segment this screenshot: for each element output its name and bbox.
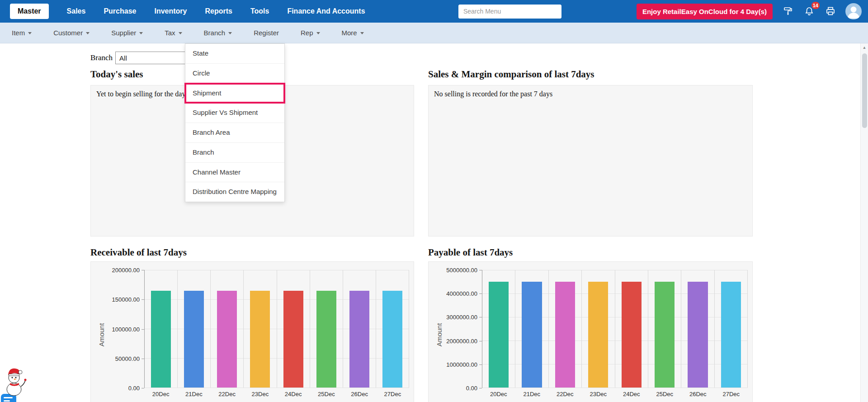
chart-category-cell — [277, 270, 310, 388]
bar-25Dec — [655, 282, 675, 388]
vertical-scrollbar[interactable]: ▲ — [860, 43, 868, 402]
menu-item-channel-master[interactable]: Channel Master — [185, 163, 284, 183]
bar-23Dec — [588, 282, 608, 388]
bars — [482, 270, 748, 388]
menu-item-branch-area[interactable]: Branch Area — [185, 123, 284, 143]
menu-item-label: Shipment — [193, 89, 221, 97]
chart-category-cell — [715, 270, 748, 388]
menu-item-shipment[interactable]: Shipment — [185, 84, 284, 104]
chevron-down-icon — [139, 32, 143, 34]
y-tick-label: 4000000.00 — [446, 290, 477, 297]
menu-item-supplier-vs-shipment[interactable]: Supplier Vs Shipment — [185, 103, 284, 123]
chart-category-cell — [582, 270, 615, 388]
h-gridline — [482, 388, 748, 388]
menu-item-state[interactable]: State — [185, 44, 284, 64]
bar-25Dec — [316, 291, 336, 388]
x-tick-label: 25Dec — [310, 391, 343, 397]
santa-snowman-mascot — [2, 364, 27, 398]
plot-area — [482, 270, 748, 388]
trial-promo-button[interactable]: Enjoy RetailEasy OnCloud for 4 Day(s) — [637, 4, 773, 19]
subnav-label: Register — [254, 29, 279, 37]
subnav-item-item[interactable]: Item — [12, 29, 32, 37]
chart-category-cell — [615, 270, 648, 388]
y-tick-label: 0.00 — [128, 385, 140, 392]
main-nav: Master Sales Purchase Inventory Reports … — [10, 4, 365, 19]
bar-26Dec — [349, 291, 369, 388]
chart-category-cell — [549, 270, 582, 388]
plot-area — [144, 270, 409, 388]
subnav-item-customer[interactable]: Customer — [53, 29, 90, 37]
x-tick-label: 24Dec — [615, 391, 648, 397]
x-tick-label: 22Dec — [211, 391, 244, 397]
plot-column: 20Dec21Dec22Dec23Dec24Dec25Dec26Dec27Dec — [482, 270, 748, 400]
x-tick-label: 20Dec — [482, 391, 515, 397]
scroll-up-arrow[interactable]: ▲ — [861, 43, 868, 50]
y-tick-label: 2000000.00 — [446, 337, 477, 344]
nav-finance-accounts[interactable]: Finance And Accounts — [287, 7, 365, 15]
y-tick-label: 0.00 — [466, 385, 477, 392]
chevron-down-icon — [316, 32, 320, 34]
top-navigation-bar: Master Sales Purchase Inventory Reports … — [0, 0, 868, 23]
y-axis-title-col: Amount — [433, 270, 446, 400]
chart-category-cell — [482, 270, 515, 388]
payable-title: Payable of last 7days — [428, 247, 513, 258]
bar-24Dec — [622, 282, 642, 388]
subnav-label: Item — [12, 29, 25, 37]
chevron-down-icon — [28, 32, 32, 34]
menu-item-circle[interactable]: Circle — [185, 64, 284, 84]
y-tick-label: 100000.00 — [112, 326, 140, 332]
dashboard-content: Branch All Today's sales Sales & Margin … — [0, 43, 868, 402]
subnav-item-more[interactable]: More — [342, 29, 364, 37]
subnav-label: More — [342, 29, 357, 37]
print-icon[interactable] — [825, 5, 836, 17]
subnav-item-branch[interactable]: Branch — [204, 29, 232, 37]
subnav-item-tax[interactable]: Tax — [165, 29, 182, 37]
y-axis-title-col: Amount — [95, 270, 108, 400]
chart-category-cell — [648, 270, 681, 388]
chart-category-cell — [343, 270, 376, 388]
subnav-label: Customer — [53, 29, 83, 37]
chevron-down-icon — [228, 32, 232, 34]
chevron-down-icon — [179, 32, 182, 34]
receivable-title: Receivable of last 7days — [90, 247, 187, 258]
nav-master[interactable]: Master — [10, 4, 49, 19]
x-tick-label: 26Dec — [343, 391, 376, 397]
y-tick-label: 1000000.00 — [446, 361, 477, 368]
subnav-label: Supplier — [111, 29, 136, 37]
chart-category-cell — [515, 270, 548, 388]
bar-27Dec — [382, 291, 402, 388]
chat-line — [4, 400, 10, 402]
menu-item-branch[interactable]: Branch — [185, 143, 284, 163]
y-axis-title: Amount — [436, 323, 443, 347]
subnav-item-rep[interactable]: Rep — [301, 29, 320, 37]
h-gridline — [145, 388, 409, 388]
chart-category-cell — [178, 270, 211, 388]
nav-tools[interactable]: Tools — [250, 7, 269, 15]
chart-category-cell — [376, 270, 409, 388]
y-axis: 200000.00150000.00100000.0050000.000.00 — [108, 270, 144, 388]
branch-select-value: All — [119, 54, 127, 62]
scrollbar-thumb[interactable] — [862, 53, 867, 128]
nav-purchase[interactable]: Purchase — [104, 7, 136, 15]
subnav-item-supplier[interactable]: Supplier — [111, 29, 143, 37]
bar-26Dec — [688, 282, 708, 388]
nav-inventory[interactable]: Inventory — [154, 7, 187, 15]
x-tick-label: 27Dec — [715, 391, 748, 397]
subnav-label: Tax — [165, 29, 175, 37]
y-tick-mark — [142, 388, 144, 388]
bar-21Dec — [522, 282, 542, 388]
y-tick-label: 3000000.00 — [446, 314, 477, 321]
y-tick-mark — [479, 388, 482, 388]
sales-margin-title: Sales & Margin comparison of last 7days — [428, 69, 594, 80]
menu-item-distribution-centre-mapping[interactable]: Distribution Centre Mapping — [185, 182, 284, 202]
user-avatar[interactable] — [845, 3, 862, 19]
nav-sales[interactable]: Sales — [67, 7, 86, 15]
nav-reports[interactable]: Reports — [205, 7, 232, 15]
theme-brush-icon[interactable] — [782, 5, 794, 17]
master-submenu-bar: Item Customer Supplier Tax Branch Regist… — [0, 23, 868, 43]
subnav-item-register[interactable]: Register — [254, 29, 279, 37]
search-input[interactable] — [458, 5, 561, 19]
sales-margin-message: No selling is recorded for the past 7 da… — [429, 85, 752, 103]
x-tick-label: 24Dec — [277, 391, 310, 397]
notification-bell-icon[interactable]: 14 — [803, 5, 815, 17]
